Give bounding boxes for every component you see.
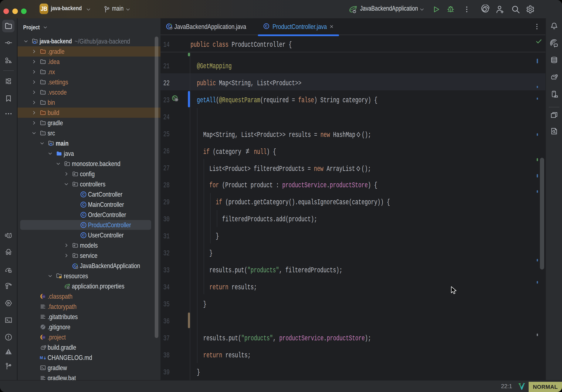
svg-text:C: C [265, 24, 267, 28]
svg-text:C: C [82, 233, 85, 237]
svg-text:C: C [82, 192, 85, 196]
svg-text:M: M [40, 356, 43, 360]
svg-text:C: C [82, 223, 85, 227]
svg-text:C: C [82, 202, 85, 206]
svg-text:C: C [82, 213, 85, 217]
